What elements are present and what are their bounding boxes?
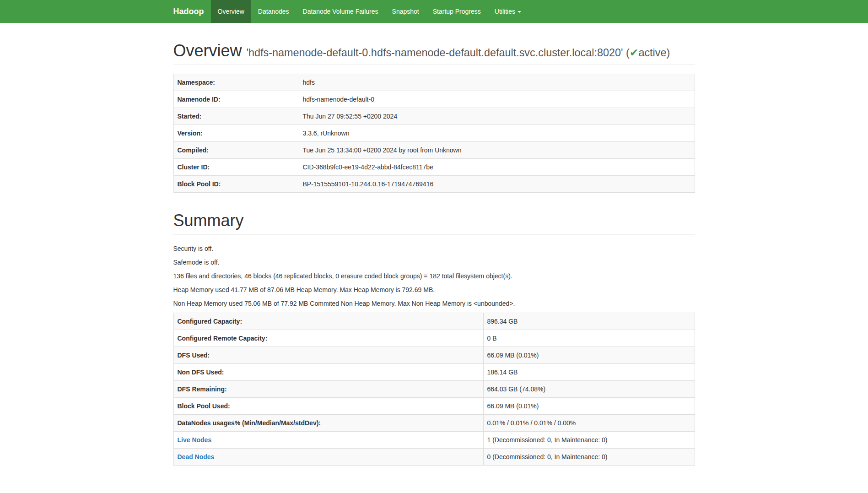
paren-open: ( bbox=[626, 47, 630, 59]
row-label: Block Pool Used: bbox=[173, 397, 483, 414]
table-row: Non DFS Used: 186.14 GB bbox=[173, 363, 695, 380]
hadoop-brand[interactable]: Hadoop bbox=[173, 0, 211, 23]
table-row: Version: 3.3.6, rUnknown bbox=[173, 125, 695, 142]
row-label-link: Dead Nodes bbox=[173, 448, 483, 465]
main-content: Overview 'hdfs-namenode-default-0.hdfs-n… bbox=[167, 41, 702, 466]
heap-memory-line: Heap Memory used 41.77 MB of 87.06 MB He… bbox=[173, 285, 695, 294]
table-row: Block Pool Used: 66.09 MB (0.01%) bbox=[173, 397, 695, 414]
overview-page-header: Overview 'hdfs-namenode-default-0.hdfs-n… bbox=[173, 41, 695, 65]
namenode-state-label: active bbox=[638, 47, 666, 59]
row-label: Configured Remote Capacity: bbox=[173, 330, 483, 347]
summary-title: Summary bbox=[173, 211, 695, 230]
row-label: Block Pool ID: bbox=[173, 176, 299, 193]
row-label: Started: bbox=[173, 108, 299, 125]
summary-page-header: Summary bbox=[173, 211, 695, 234]
row-label: Namespace: bbox=[173, 74, 299, 91]
row-value: 664.03 GB (74.08%) bbox=[483, 380, 695, 397]
chevron-down-icon bbox=[518, 11, 521, 13]
row-value: 66.09 MB (0.01%) bbox=[483, 397, 695, 414]
table-row: Block Pool ID: BP-1515559101-10.244.0.16… bbox=[173, 176, 695, 193]
live-nodes-link[interactable]: Live Nodes bbox=[178, 436, 212, 444]
table-row: Dead Nodes 0 (Decommissioned: 0, In Main… bbox=[173, 448, 695, 465]
nav-item-snapshot[interactable]: Snapshot bbox=[385, 0, 426, 23]
table-row: Namespace: hdfs bbox=[173, 74, 695, 91]
page-title: Overview 'hdfs-namenode-default-0.hdfs-n… bbox=[173, 41, 695, 60]
row-label: DFS Used: bbox=[173, 347, 483, 363]
row-label: Non DFS Used: bbox=[173, 363, 483, 380]
overview-info-table: Namespace: hdfs Namenode ID: hdfs-nameno… bbox=[173, 74, 695, 193]
row-value: 0.01% / 0.01% / 0.01% / 0.00% bbox=[483, 414, 695, 431]
top-navbar: Hadoop Overview Datanodes Datanode Volum… bbox=[0, 0, 868, 23]
nav-item-utilities-dropdown[interactable]: Utilities bbox=[488, 0, 528, 23]
table-row: Configured Remote Capacity: 0 B bbox=[173, 330, 695, 347]
table-row: DFS Remaining: 664.03 GB (74.08%) bbox=[173, 380, 695, 397]
row-value: 186.14 GB bbox=[483, 363, 695, 380]
check-icon: ✔ bbox=[630, 47, 639, 59]
table-row: Live Nodes 1 (Decommissioned: 0, In Main… bbox=[173, 431, 695, 448]
nav-item-overview[interactable]: Overview bbox=[211, 0, 251, 23]
row-label: Version: bbox=[173, 125, 299, 142]
row-value: 1 (Decommissioned: 0, In Maintenance: 0) bbox=[483, 431, 695, 448]
row-label: Namenode ID: bbox=[173, 91, 299, 108]
safemode-status-line: Safemode is off. bbox=[173, 258, 695, 267]
row-label: DFS Remaining: bbox=[173, 380, 483, 397]
table-row: Configured Capacity: 896.34 GB bbox=[173, 313, 695, 330]
row-label-link: Live Nodes bbox=[173, 431, 483, 448]
row-value: Tue Jun 25 13:34:00 +0200 2024 by root f… bbox=[299, 142, 695, 159]
row-value: 896.34 GB bbox=[483, 313, 695, 330]
nav-item-utilities-wrap: Utilities bbox=[488, 0, 528, 23]
row-value: hdfs-namenode-default-0 bbox=[299, 91, 695, 108]
nav-item-datanode-volume-failures[interactable]: Datanode Volume Failures bbox=[296, 0, 385, 23]
nav-item-startup-progress[interactable]: Startup Progress bbox=[426, 0, 488, 23]
row-label: Configured Capacity: bbox=[173, 313, 483, 330]
row-label: Compiled: bbox=[173, 142, 299, 159]
row-value: BP-1515559101-10.244.0.16-1719474769416 bbox=[299, 176, 695, 193]
filesystem-objects-line: 136 files and directories, 46 blocks (46… bbox=[173, 271, 695, 281]
row-label: Cluster ID: bbox=[173, 159, 299, 176]
paren-close: ) bbox=[666, 47, 670, 59]
summary-table: Configured Capacity: 896.34 GB Configure… bbox=[173, 313, 695, 466]
nav-item-startup-progress-wrap: Startup Progress bbox=[426, 0, 488, 23]
table-row: Started: Thu Jun 27 09:52:55 +0200 2024 bbox=[173, 108, 695, 125]
nav-item-snapshot-wrap: Snapshot bbox=[385, 0, 426, 23]
nav-item-utilities-label: Utilities bbox=[495, 8, 515, 15]
namenode-address: 'hdfs-namenode-default-0.hdfs-namenode-d… bbox=[247, 47, 623, 59]
nav-item-datanodes-wrap: Datanodes bbox=[251, 0, 296, 23]
table-row: DFS Used: 66.09 MB (0.01%) bbox=[173, 347, 695, 363]
namenode-address-block: 'hdfs-namenode-default-0.hdfs-namenode-d… bbox=[247, 47, 670, 59]
table-row: DataNodes usages% (Min/Median/Max/stdDev… bbox=[173, 414, 695, 431]
row-value: hdfs bbox=[299, 74, 695, 91]
nav-item-datanodes[interactable]: Datanodes bbox=[251, 0, 296, 23]
row-value: 0 (Decommissioned: 0, In Maintenance: 0) bbox=[483, 448, 695, 465]
nav-item-overview-wrap: Overview bbox=[211, 0, 251, 23]
table-row: Compiled: Tue Jun 25 13:34:00 +0200 2024… bbox=[173, 142, 695, 159]
row-value: Thu Jun 27 09:52:55 +0200 2024 bbox=[299, 108, 695, 125]
security-status-line: Security is off. bbox=[173, 244, 695, 253]
namenode-state: (✔active) bbox=[626, 47, 670, 59]
row-value: CID-368b9fc0-ee19-4d22-abbd-84fcec8117be bbox=[299, 159, 695, 176]
row-value: 3.3.6, rUnknown bbox=[299, 125, 695, 142]
table-row: Cluster ID: CID-368b9fc0-ee19-4d22-abbd-… bbox=[173, 159, 695, 176]
non-heap-memory-line: Non Heap Memory used 75.06 MB of 77.92 M… bbox=[173, 299, 695, 308]
page-title-text: Overview bbox=[173, 41, 242, 60]
row-label: DataNodes usages% (Min/Median/Max/stdDev… bbox=[173, 414, 483, 431]
nav-item-datanode-volume-failures-wrap: Datanode Volume Failures bbox=[296, 0, 385, 23]
row-value: 66.09 MB (0.01%) bbox=[483, 347, 695, 363]
row-value: 0 B bbox=[483, 330, 695, 347]
navbar-menu: Overview Datanodes Datanode Volume Failu… bbox=[211, 0, 528, 23]
dead-nodes-link[interactable]: Dead Nodes bbox=[178, 453, 215, 460]
table-row: Namenode ID: hdfs-namenode-default-0 bbox=[173, 91, 695, 108]
